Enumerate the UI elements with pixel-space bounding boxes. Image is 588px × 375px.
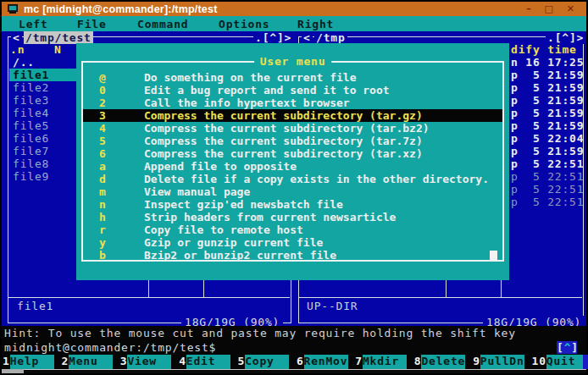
mtime-row[interactable]: p 5 21:59 — [511, 94, 584, 107]
user-menu-item-d[interactable]: dDelete file if a copy exists in the oth… — [83, 173, 502, 185]
mtime-row[interactable]: p 5 21:59 — [511, 81, 584, 94]
menu-item-hotkey: @ — [99, 71, 107, 84]
fkey-number: 7 — [354, 355, 363, 369]
user-menu-item-y[interactable]: yGzip or gunzip current file — [83, 236, 502, 249]
fkey-bar-end-cap — [583, 355, 588, 369]
mtime-row[interactable]: p 5 21:59 — [511, 69, 584, 81]
user-menu-item-m[interactable]: mView manual page — [83, 185, 502, 198]
menu-item-hotkey: 2 — [99, 97, 107, 109]
user-menu-item-a[interactable]: aAppend file to opposite — [83, 160, 502, 173]
right-panel-mtime-header[interactable]: dify time — [511, 43, 577, 56]
user-menu-item-4[interactable]: 4Compress the current subdirectory (tar.… — [83, 122, 502, 135]
fkey-menu[interactable]: 2Menu — [60, 355, 119, 369]
fkey-label: RenMov — [304, 355, 348, 369]
user-menu-item-@[interactable]: @Do something on the current file — [83, 71, 502, 84]
fkey-number: 4 — [178, 355, 186, 369]
fkey-number: 2 — [60, 355, 69, 369]
user-menu-item-n[interactable]: nInspect gzip'ed newsbatch file — [83, 198, 502, 211]
mtime-row[interactable]: p 5 22:51 — [511, 170, 584, 183]
cursor-block — [490, 251, 497, 262]
menu-item-label: Edit a bug report and send it to root — [144, 84, 390, 97]
menu-item-label: Compress the current subdirectory (tar.g… — [144, 109, 423, 122]
menu-command[interactable]: Command — [137, 18, 188, 30]
window-title: mc [midnight@commander]:/tmp/test — [24, 3, 218, 16]
fkey-pulldn[interactable]: 9PullDn — [472, 355, 530, 369]
menu-item-hotkey: h — [99, 211, 107, 223]
user-menu-item-6[interactable]: 6Compress the current subdirectory (tar.… — [83, 147, 502, 160]
fkey-edit[interactable]: 4Edit — [178, 355, 236, 369]
scrollbar-thumb[interactable] — [2, 369, 24, 373]
fkey-view[interactable]: 3View — [119, 355, 178, 369]
fkey-renmov[interactable]: 6RenMov — [296, 355, 354, 369]
menu-item-hotkey: 5 — [99, 135, 107, 147]
left-panel-mini-status: file1 — [17, 300, 53, 312]
fkey-quit[interactable]: 10Quit — [531, 355, 586, 369]
menu-left[interactable]: Left — [19, 18, 48, 30]
fkey-help[interactable]: 1Help — [2, 355, 60, 369]
fkey-number: 6 — [296, 355, 304, 369]
right-panel-mini-status: UP--DIR — [307, 300, 358, 312]
left-panel-name-header[interactable]: N — [54, 43, 62, 56]
mtime-row[interactable]: p 5 22:51 — [511, 157, 584, 170]
mtime-row[interactable]: p 5 22:51 — [511, 183, 584, 196]
user-menu-title: User menu — [254, 55, 332, 68]
panel-toggle-button[interactable]: [^] — [557, 341, 577, 354]
fkey-label: Copy — [245, 355, 289, 369]
fkey-number: 3 — [119, 355, 128, 369]
user-menu-item-5[interactable]: 5Compress the current subdirectory (tar.… — [83, 135, 502, 147]
menu-item-hotkey: n — [99, 198, 107, 211]
menu-item-label: Strip headers from current newsarticle — [144, 211, 396, 223]
fkey-mkdir[interactable]: 7Mkdir — [354, 355, 413, 369]
fkey-label: PullDn — [480, 355, 524, 369]
mtime-row[interactable]: p 5 21:59 — [511, 119, 584, 132]
menu-item-hotkey: b — [99, 249, 107, 262]
menu-item-hotkey: 3 — [99, 109, 107, 122]
right-panel-back-arrow[interactable]: < — [302, 31, 313, 44]
fkey-label: Menu — [69, 355, 113, 369]
user-menu-item-0[interactable]: 0Edit a bug report and send it to root — [83, 84, 502, 97]
mtime-row[interactable]: p 5 21:59 — [511, 145, 584, 157]
menu-item-hotkey: 0 — [99, 84, 107, 97]
fkey-label: Quit — [546, 355, 585, 369]
fkey-label: View — [127, 355, 171, 369]
menu-item-hotkey: a — [99, 160, 107, 173]
fkey-label: Mkdir — [363, 355, 407, 369]
user-menu-item-2[interactable]: 2Call the info hypertext browser — [83, 97, 502, 109]
menu-item-hotkey: 6 — [99, 147, 107, 160]
right-panel-path[interactable]: /tmp — [314, 31, 347, 44]
fkey-label: Delete — [421, 355, 465, 369]
fkey-label: Help — [10, 355, 54, 369]
user-menu-item-b[interactable]: bBzip2 or bunzip2 current file — [83, 249, 502, 262]
mc-terminal-window: mc [midnight@commander]:/tmp/test – □ ✕ … — [0, 0, 588, 375]
left-panel-corner-buttons[interactable]: .[^]> — [253, 31, 293, 44]
shell-prompt[interactable]: midnight@commander:/tmp/test$ — [4, 341, 216, 354]
left-panel-status-separator — [8, 297, 290, 298]
user-menu-item-3[interactable]: 3Compress the current subdirectory (tar.… — [83, 109, 502, 122]
menu-file[interactable]: File — [77, 18, 107, 30]
window-control-buttons[interactable]: – □ ✕ — [526, 3, 580, 15]
hint-line: Hint: To use the mouse cut and paste may… — [2, 326, 586, 340]
horizontal-scrollbar[interactable] — [2, 369, 586, 373]
mtime-row[interactable]: p 5 22:51 — [511, 196, 584, 208]
menu-item-hotkey: m — [99, 185, 107, 198]
menu-item-hotkey: d — [99, 173, 107, 185]
fkey-number: 1 — [2, 355, 10, 369]
menu-item-label: Compress the current subdirectory (tar.b… — [144, 122, 430, 135]
user-menu-dialog: User menu @Do something on the current f… — [76, 43, 509, 280]
window-titlebar[interactable]: mc [midnight@commander]:/tmp/test – □ ✕ — [2, 2, 586, 16]
left-panel-back-arrow[interactable]: < — [11, 31, 22, 44]
fkey-copy[interactable]: 5Copy — [237, 355, 296, 369]
left-panel-path[interactable]: /tmp/test — [24, 31, 93, 44]
right-panel-corner-buttons[interactable]: .[^]> — [546, 31, 585, 44]
user-menu-item-h[interactable]: hStrip headers from current newsarticle — [83, 211, 502, 223]
left-panel-sort-indicator[interactable]: .n — [10, 43, 25, 56]
fkey-delete[interactable]: 8Delete — [413, 355, 472, 369]
command-line[interactable]: midnight@commander:/tmp/test$ [^] — [2, 340, 586, 355]
mtime-row[interactable]: n 16 17:25 — [511, 56, 584, 69]
user-menu-item-r[interactable]: rCopy file to remote host — [83, 223, 502, 236]
mtime-row[interactable]: p 5 21:59 — [511, 107, 584, 119]
mtime-row[interactable]: p 5 22:04 — [511, 132, 584, 145]
menu-bar: Left File Command Options Right — [2, 16, 586, 31]
menu-right[interactable]: Right — [297, 18, 334, 30]
menu-options[interactable]: Options — [219, 18, 269, 30]
